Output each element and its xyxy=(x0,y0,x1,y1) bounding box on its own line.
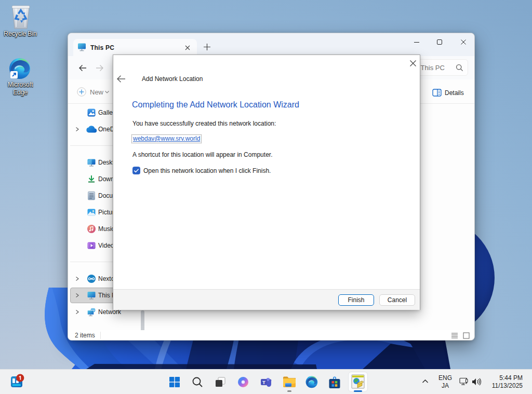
svg-text:T: T xyxy=(262,379,265,385)
